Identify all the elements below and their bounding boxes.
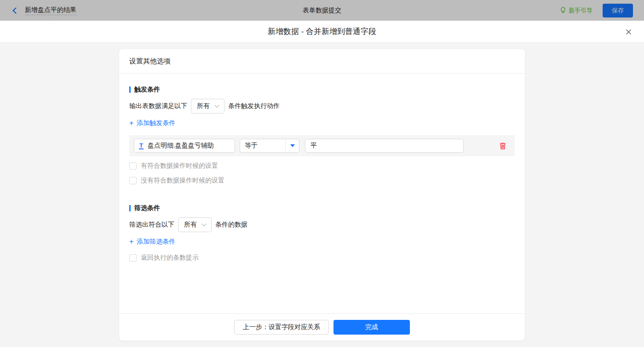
previous-step-button[interactable]: 上一步：设置字段对应关系 bbox=[234, 320, 329, 335]
modal-header: 新增数据 - 合并新增到普通字段 bbox=[0, 21, 644, 43]
filter-match-mode-select[interactable]: 所有 bbox=[178, 217, 212, 232]
checkbox-row-no-match[interactable]: 没有符合数据操作时候的设置 bbox=[129, 176, 515, 185]
text-field-type-icon: T bbox=[139, 142, 144, 149]
trigger-condition-row: T 盘点明细.盘盈盘亏辅助 等于 bbox=[129, 135, 515, 156]
caret-down-icon bbox=[290, 144, 295, 147]
plus-icon: + bbox=[129, 239, 133, 245]
top-bar: 新增盘点平的结果 表单数据提交 新手引导 保存 bbox=[0, 0, 644, 21]
section-bar-icon bbox=[129, 86, 131, 93]
condition-value-input[interactable] bbox=[305, 139, 464, 153]
checkbox-icon[interactable] bbox=[129, 162, 137, 170]
card-header: 设置其他选项 bbox=[119, 49, 525, 74]
trigger-condition-sentence: 输出表数据满足以下 所有 条件触发执行动作 bbox=[129, 99, 515, 114]
plus-icon: + bbox=[129, 120, 133, 126]
modal-title: 新增数据 - 合并新增到普通字段 bbox=[268, 26, 376, 37]
chevron-down-icon bbox=[201, 223, 207, 227]
modal-backdrop bbox=[0, 0, 644, 21]
section-gap bbox=[129, 191, 515, 204]
filter-condition-sentence: 筛选出符合以下 所有 条件的数据 bbox=[129, 217, 515, 232]
filter-section-title: 筛选条件 bbox=[129, 204, 515, 212]
delete-condition-button[interactable] bbox=[499, 142, 506, 150]
trigger-sentence-prefix: 输出表数据满足以下 bbox=[129, 102, 187, 110]
card-content: 触发条件 输出表数据满足以下 所有 条件触发执行动作 + 添加触发条件 T bbox=[119, 74, 525, 313]
close-icon bbox=[625, 28, 632, 35]
checkbox-row-has-match[interactable]: 有符合数据操作时候的设置 bbox=[129, 162, 515, 170]
condition-operator-select[interactable]: 等于 bbox=[240, 139, 299, 153]
add-trigger-condition-link[interactable]: + 添加触发条件 bbox=[129, 119, 175, 127]
checkbox-row-return-count[interactable]: 返回执行的条数提示 bbox=[129, 254, 515, 262]
checkbox-icon[interactable] bbox=[129, 177, 137, 184]
close-button[interactable] bbox=[624, 27, 633, 36]
operator-caret-zone bbox=[285, 139, 299, 152]
section-bar-icon bbox=[129, 205, 131, 211]
card-footer: 上一步：设置字段对应关系 完成 bbox=[119, 313, 525, 341]
trigger-section-title: 触发条件 bbox=[129, 85, 515, 94]
trash-icon bbox=[499, 142, 506, 150]
add-filter-condition-link[interactable]: + 添加筛选条件 bbox=[129, 238, 175, 246]
checkbox-icon[interactable] bbox=[129, 254, 137, 262]
condition-field-select[interactable]: T 盘点明细.盘盈盘亏辅助 bbox=[134, 139, 235, 153]
chevron-down-icon bbox=[214, 105, 219, 108]
filter-sentence-prefix: 筛选出符合以下 bbox=[129, 221, 174, 229]
options-card: 设置其他选项 触发条件 输出表数据满足以下 所有 条件触发执行动作 + 添 bbox=[119, 49, 525, 341]
finish-button[interactable]: 完成 bbox=[334, 320, 410, 335]
trigger-sentence-suffix: 条件触发执行动作 bbox=[228, 102, 280, 110]
trigger-match-mode-select[interactable]: 所有 bbox=[191, 99, 224, 114]
filter-sentence-suffix: 条件的数据 bbox=[215, 221, 247, 229]
modal-body: 设置其他选项 触发条件 输出表数据满足以下 所有 条件触发执行动作 + 添 bbox=[0, 43, 644, 347]
